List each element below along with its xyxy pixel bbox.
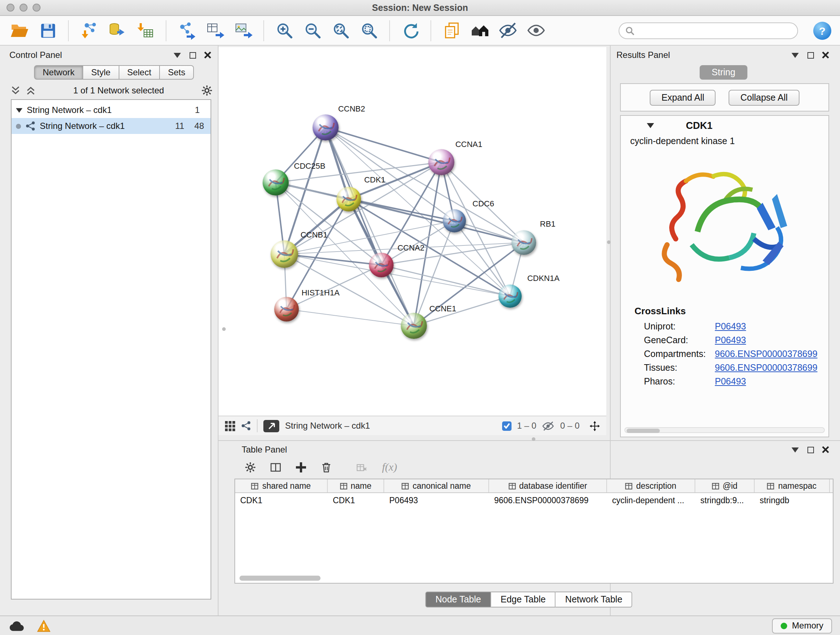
- close-window-button[interactable]: [6, 4, 14, 11]
- delete-table-button[interactable]: [357, 462, 367, 472]
- zoom-in-button[interactable]: [273, 19, 295, 41]
- export-image-button[interactable]: [232, 19, 254, 41]
- table-row[interactable]: CDK1CDK1P064939606.ENSP00000378699cyclin…: [235, 493, 833, 507]
- network-node-CCNA1[interactable]: [428, 149, 454, 175]
- network-node-CDC6[interactable]: [443, 209, 466, 233]
- network-options-button[interactable]: [202, 86, 212, 96]
- show-all-button[interactable]: [525, 19, 547, 41]
- search-input[interactable]: [638, 25, 791, 35]
- splitter-handle[interactable]: [222, 327, 226, 331]
- import-table-from-file-button[interactable]: [134, 19, 156, 41]
- expand-all-button[interactable]: Expand All: [650, 89, 716, 105]
- network-canvas[interactable]: CCNB2CCNA1CDC25BCDK1CDC6RB1CCNB1CCNA2CDK…: [218, 47, 606, 416]
- panel-menu-button[interactable]: [790, 50, 800, 60]
- home-button[interactable]: [469, 19, 491, 41]
- create-column-button[interactable]: [296, 462, 306, 472]
- delete-column-button[interactable]: [321, 462, 332, 472]
- tab-sets[interactable]: Sets: [160, 65, 194, 80]
- column-header-@id[interactable]: @id: [695, 479, 755, 492]
- tab-string[interactable]: String: [699, 65, 747, 80]
- import-network-from-database-button[interactable]: [106, 19, 128, 41]
- status-bar: Memory: [0, 616, 840, 635]
- panel-close-button[interactable]: [821, 50, 831, 60]
- panel-menu-button[interactable]: [172, 50, 182, 60]
- results-scrollbar[interactable]: [624, 427, 825, 433]
- panel-close-button[interactable]: [202, 50, 213, 60]
- network-node-CCNE1[interactable]: [401, 313, 427, 339]
- expand-collapse-box: Expand All Collapse All: [620, 83, 829, 111]
- import-network-from-file-button[interactable]: [78, 19, 100, 41]
- show-columns-button[interactable]: [271, 462, 281, 472]
- function-builder-button[interactable]: f(x): [382, 461, 397, 473]
- tab-network-table[interactable]: Network Table: [556, 592, 632, 608]
- hide-selected-button[interactable]: [497, 19, 519, 41]
- column-header-database-identifier[interactable]: database identifier: [489, 479, 607, 492]
- panel-float-button[interactable]: [187, 50, 197, 60]
- expand-tree-button[interactable]: [10, 86, 20, 96]
- pan-mode-button[interactable]: [590, 421, 600, 431]
- zoom-out-button[interactable]: [302, 19, 324, 41]
- export-network-button[interactable]: [176, 19, 197, 41]
- network-node-CDK1[interactable]: [336, 187, 361, 211]
- collapse-all-button[interactable]: Collapse All: [729, 89, 799, 105]
- save-session-button[interactable]: [37, 19, 58, 41]
- maximize-window-button[interactable]: [33, 4, 41, 11]
- tab-node-table[interactable]: Node Table: [425, 592, 491, 608]
- network-node-CCNB2[interactable]: [313, 114, 339, 141]
- tab-network[interactable]: Network: [34, 65, 83, 80]
- network-row-selected[interactable]: String Network – cdk1 11 48: [11, 118, 210, 134]
- cloud-status-button[interactable]: [8, 621, 25, 631]
- panel-close-button[interactable]: [821, 445, 831, 455]
- table-cell: P06493: [384, 493, 489, 507]
- network-collection-row[interactable]: String Network – cdk1 1: [11, 102, 210, 118]
- table-options-button[interactable]: [245, 462, 256, 472]
- table-horizontal-scrollbar[interactable]: [240, 576, 321, 581]
- network-node-CCNA2[interactable]: [369, 253, 393, 277]
- column-header-shared-name[interactable]: shared name: [235, 479, 328, 492]
- copy-document-button[interactable]: [441, 19, 462, 41]
- minimize-window-button[interactable]: [19, 4, 27, 11]
- network-node-HIST1H1A[interactable]: [274, 297, 299, 321]
- selected-checkbox[interactable]: [502, 421, 511, 431]
- network-view-mode-button[interactable]: [241, 421, 251, 431]
- network-node-RB1[interactable]: [512, 230, 536, 255]
- panel-float-button[interactable]: [805, 445, 815, 455]
- crosslink-genecard-link[interactable]: P06493: [715, 335, 746, 345]
- tab-select[interactable]: Select: [119, 65, 160, 80]
- crosslinks-heading: CrossLinks: [621, 297, 829, 319]
- collapse-tree-button[interactable]: [25, 86, 35, 96]
- column-header-description[interactable]: description: [607, 479, 695, 492]
- crosslink-compartments-link[interactable]: 9606.ENSP00000378699: [715, 348, 818, 359]
- crosslink-pharos-link[interactable]: P06493: [715, 376, 746, 386]
- zoom-fit-button[interactable]: [330, 19, 352, 41]
- warnings-button[interactable]: [35, 621, 52, 631]
- help-button[interactable]: ?: [813, 21, 831, 40]
- export-table-button[interactable]: [204, 19, 226, 41]
- tab-edge-table[interactable]: Edge Table: [491, 592, 556, 608]
- edge-count: 48: [188, 121, 206, 131]
- network-node-CDC25B[interactable]: [263, 169, 289, 195]
- column-header-name[interactable]: name: [328, 479, 384, 492]
- network-node-CDKN1A[interactable]: [499, 285, 522, 308]
- collapse-protein-button[interactable]: [645, 120, 655, 131]
- tab-style[interactable]: Style: [83, 65, 119, 80]
- crosslink-tissues-link[interactable]: 9606.ENSP00000378699: [715, 363, 818, 372]
- crosslink-uniprot-link[interactable]: P06493: [715, 321, 746, 331]
- detach-view-button[interactable]: [264, 420, 279, 432]
- column-header-namespac[interactable]: namespac: [755, 479, 830, 492]
- panel-menu-button[interactable]: [790, 445, 800, 455]
- zoom-selected-button[interactable]: [358, 19, 380, 41]
- panel-float-button[interactable]: [805, 50, 815, 60]
- fx-label: f(x): [382, 461, 397, 473]
- protein-name: CDK1: [686, 120, 713, 131]
- zoom-selected-icon: [360, 21, 378, 40]
- network-node-CCNB1[interactable]: [271, 241, 298, 268]
- splitter-handle[interactable]: [532, 437, 535, 441]
- scrollbar-thumb[interactable]: [627, 428, 660, 432]
- refresh-view-button[interactable]: [399, 19, 421, 41]
- memory-button[interactable]: Memory: [772, 618, 832, 633]
- column-header-canonical-name[interactable]: canonical name: [384, 479, 489, 492]
- splitter-handle[interactable]: [607, 241, 611, 244]
- open-session-button[interactable]: [9, 19, 30, 41]
- birds-eye-button[interactable]: [225, 421, 235, 431]
